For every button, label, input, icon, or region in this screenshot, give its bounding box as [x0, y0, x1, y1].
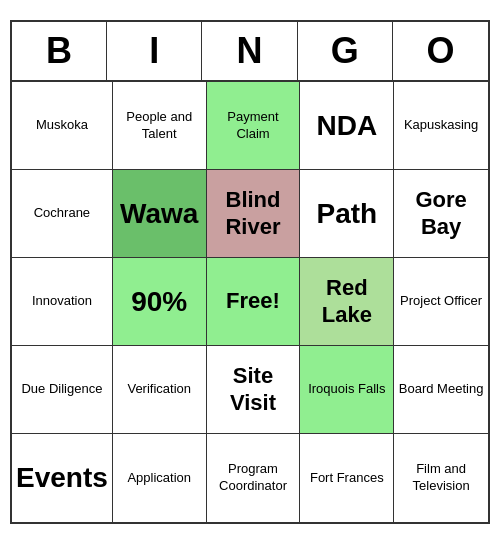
bingo-cell: Wawa [113, 170, 207, 258]
bingo-cell: Muskoka [12, 82, 113, 170]
header-letter: B [12, 22, 107, 80]
bingo-cell: Path [300, 170, 394, 258]
bingo-cell: Events [12, 434, 113, 522]
header-letter: I [107, 22, 202, 80]
bingo-cell: Application [113, 434, 207, 522]
bingo-cell: Program Coordinator [207, 434, 301, 522]
bingo-cell: Due Diligence [12, 346, 113, 434]
header-letter: G [298, 22, 393, 80]
bingo-cell: Verification [113, 346, 207, 434]
header-letter: N [202, 22, 297, 80]
bingo-grid: MuskokaPeople and TalentPayment ClaimNDA… [12, 82, 488, 522]
bingo-card: BINGO MuskokaPeople and TalentPayment Cl… [10, 20, 490, 524]
bingo-cell: Film and Television [394, 434, 488, 522]
bingo-cell: Cochrane [12, 170, 113, 258]
bingo-cell: Iroquois Falls [300, 346, 394, 434]
bingo-cell: Gore Bay [394, 170, 488, 258]
bingo-cell: 90% [113, 258, 207, 346]
bingo-cell: NDA [300, 82, 394, 170]
header-letter: O [393, 22, 488, 80]
bingo-cell: Red Lake [300, 258, 394, 346]
bingo-cell: Kapuskasing [394, 82, 488, 170]
bingo-cell: Fort Frances [300, 434, 394, 522]
bingo-cell: People and Talent [113, 82, 207, 170]
bingo-cell: Board Meeting [394, 346, 488, 434]
bingo-header: BINGO [12, 22, 488, 82]
bingo-cell: Innovation [12, 258, 113, 346]
bingo-cell: Site Visit [207, 346, 301, 434]
bingo-cell: Blind River [207, 170, 301, 258]
bingo-cell: Project Officer [394, 258, 488, 346]
bingo-cell: Free! [207, 258, 301, 346]
bingo-cell: Payment Claim [207, 82, 301, 170]
